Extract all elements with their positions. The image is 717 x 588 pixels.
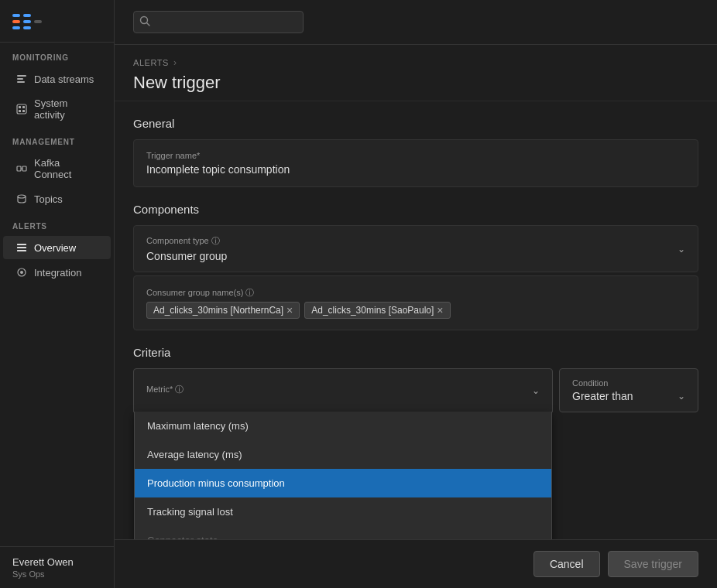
topics-icon (15, 193, 28, 205)
condition-dropdown[interactable]: Condition Greater than ⌄ (559, 368, 698, 412)
sidebar-item-label: Kafka Connect (34, 157, 98, 180)
component-type-chevron-icon: ⌄ (678, 244, 685, 255)
metric-label: Metric* ⓘ (146, 384, 184, 395)
tag-remove-sao-paulo[interactable]: × (437, 305, 443, 316)
svg-rect-4 (19, 106, 21, 108)
logo-dot (23, 14, 31, 17)
list-icon (15, 241, 28, 254)
svg-rect-3 (17, 104, 26, 114)
search-icon (139, 15, 150, 29)
page-header: Alerts › New trigger (115, 45, 717, 101)
metric-dropdown[interactable]: Metric* ⓘ ⌄ Maximum latency (ms) Average… (133, 368, 553, 412)
sidebar-item-label: System activity (34, 97, 98, 121)
sidebar-section-monitoring: Monitoring (0, 43, 114, 67)
dropdown-item-max-latency[interactable]: Maximum latency (ms) (135, 412, 551, 440)
sidebar-item-label: Integration (34, 267, 81, 279)
user-name: Everett Owen (12, 556, 101, 568)
logo-dot (12, 26, 20, 29)
svg-line-18 (147, 22, 150, 26)
logo-dot (12, 14, 20, 17)
sidebar-item-data-streams[interactable]: Data streams (3, 67, 111, 91)
condition-value: Greater than (572, 390, 633, 402)
content-area: General Trigger name* Incomplete topic c… (115, 101, 717, 539)
svg-rect-13 (17, 247, 26, 248)
dropdown-item-connector-state: Connector state (135, 526, 551, 539)
trigger-name-label: Trigger name* (146, 151, 685, 160)
sidebar-item-integration[interactable]: Integration (3, 261, 111, 284)
metric-label-area: Metric* ⓘ (146, 384, 184, 398)
logo-dot (23, 26, 31, 29)
dropdown-item-prod-minus-cons[interactable]: Production minus consumption (135, 469, 551, 497)
sidebar-item-label: Data streams (34, 74, 94, 85)
components-section: Components Component type ⓘ Consumer gro… (133, 203, 698, 330)
tag-label: Ad_clicks_30mins [SaoPaulo] (311, 305, 434, 316)
svg-rect-8 (17, 166, 21, 171)
save-trigger-button[interactable]: Save trigger (608, 551, 698, 577)
consumer-group-tags: Ad_clicks_30mins [NorthernCa] × Ad_click… (146, 302, 685, 319)
tag-remove-northern-ca[interactable]: × (286, 305, 293, 316)
tag-northern-ca: Ad_clicks_30mins [NorthernCa] × (146, 302, 300, 319)
logo-dot (34, 26, 42, 29)
condition-value-row: Greater than ⌄ (572, 390, 685, 402)
component-type-inner: Component type ⓘ Consumer group (146, 235, 678, 262)
svg-rect-0 (17, 75, 26, 77)
sidebar-item-label: Topics (34, 193, 63, 205)
svg-rect-2 (17, 81, 25, 83)
sidebar: Monitoring Data streams System activity … (0, 0, 115, 588)
streams-icon (15, 73, 28, 85)
metric-dropdown-menu: Maximum latency (ms) Average latency (ms… (134, 412, 552, 539)
connect-icon (15, 162, 28, 175)
sidebar-section-alerts: Alerts (0, 211, 114, 235)
logo-dot (34, 14, 42, 17)
main-content: Alerts › New trigger General Trigger nam… (115, 0, 717, 588)
svg-rect-14 (17, 250, 26, 251)
search-input[interactable] (133, 11, 304, 33)
criteria-section-title: Criteria (133, 346, 698, 359)
breadcrumb: Alerts › (133, 57, 698, 68)
breadcrumb-alerts[interactable]: Alerts (133, 58, 169, 67)
component-type-label: Component type ⓘ (146, 235, 678, 247)
component-type-value: Consumer group (146, 250, 678, 262)
svg-rect-9 (22, 166, 26, 171)
sidebar-item-kafka-connect[interactable]: Kafka Connect (3, 152, 111, 186)
tag-label: Ad_clicks_30mins [NorthernCa] (153, 305, 283, 316)
topbar (115, 0, 717, 45)
dropdown-item-tracking-signal[interactable]: Tracking signal lost (135, 497, 551, 526)
user-role: Sys Ops (12, 569, 101, 579)
integration-icon (15, 266, 28, 279)
sidebar-section-management: Management (0, 127, 114, 151)
logo (0, 0, 114, 43)
svg-rect-7 (22, 110, 25, 112)
sidebar-item-overview[interactable]: Overview (3, 236, 111, 259)
general-section-title: General (133, 117, 698, 130)
activity-icon (15, 103, 28, 115)
svg-rect-5 (22, 106, 25, 108)
logo-dot (12, 20, 20, 23)
metric-row: Metric* ⓘ ⌄ Maximum latency (ms) Average… (133, 368, 698, 412)
sidebar-item-system-activity[interactable]: System activity (3, 92, 111, 126)
consumer-group-label: Consumer group name(s) ⓘ (146, 287, 685, 299)
component-type-field[interactable]: Component type ⓘ Consumer group ⌄ (133, 225, 698, 272)
condition-label: Condition (572, 378, 685, 388)
svg-rect-6 (19, 110, 21, 112)
logo-dot (34, 20, 42, 23)
metric-chevron-icon: ⌄ (532, 385, 540, 396)
sidebar-item-label: Overview (34, 242, 76, 254)
consumer-group-field: Consumer group name(s) ⓘ Ad_clicks_30min… (133, 275, 698, 330)
trigger-name-field: Trigger name* Incomplete topic consumpti… (133, 139, 698, 187)
cancel-button[interactable]: Cancel (533, 551, 600, 577)
search-wrapper (133, 11, 304, 33)
bottom-bar: Cancel Save trigger (115, 539, 717, 588)
trigger-name-value: Incomplete topic consumption (146, 163, 685, 176)
user-info: Everett Owen Sys Ops (0, 546, 114, 588)
dropdown-item-avg-latency[interactable]: Average latency (ms) (135, 440, 551, 469)
components-section-title: Components (133, 203, 698, 216)
condition-chevron-icon: ⌄ (678, 391, 685, 402)
svg-rect-12 (17, 244, 26, 245)
page-title: New trigger (133, 73, 698, 93)
svg-point-16 (20, 271, 23, 274)
breadcrumb-chevron-icon: › (173, 57, 177, 68)
svg-point-11 (18, 195, 26, 198)
svg-rect-1 (17, 78, 23, 80)
sidebar-item-topics[interactable]: Topics (3, 187, 111, 210)
